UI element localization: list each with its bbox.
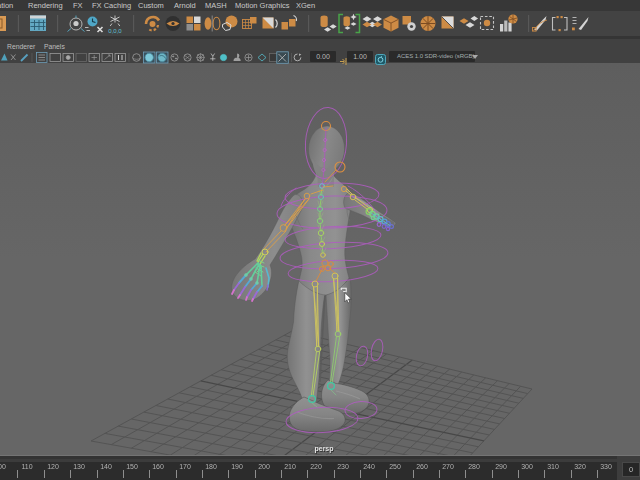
svg-text:0,0,0: 0,0,0 — [108, 28, 122, 34]
svg-text:persp: persp — [314, 445, 333, 453]
